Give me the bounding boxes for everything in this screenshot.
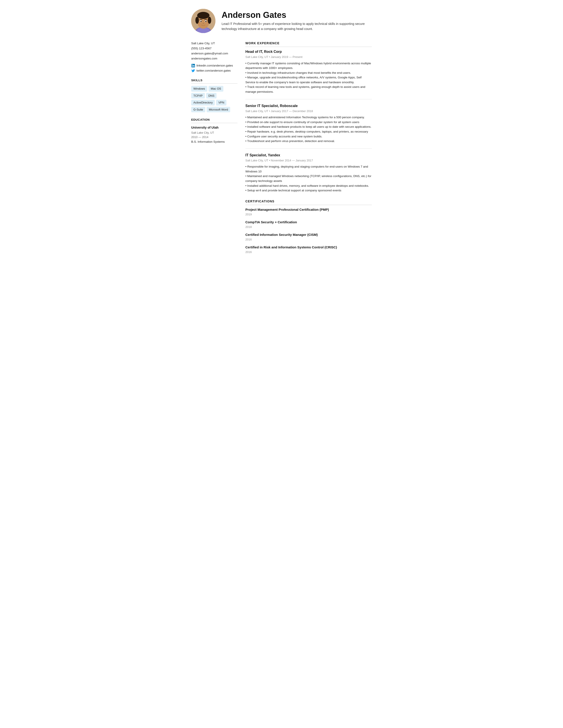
education-section: EDUCATION University of Utah Salt Lake C…	[191, 118, 237, 144]
cert-title: Certified in Risk and Information System…	[245, 245, 372, 250]
skill-badge: Mac OS	[209, 86, 223, 92]
cert-item: Certified Information Security Manager (…	[245, 232, 372, 242]
certifications-section: CERTIFICATIONS Project Management Profes…	[245, 199, 372, 254]
skills-title: SKILLS	[191, 78, 237, 84]
skill-badge: TCP/IP	[191, 93, 205, 99]
skill-badge: Windows	[191, 86, 207, 92]
linkedin-icon	[191, 64, 195, 68]
svg-point-15	[192, 64, 193, 65]
work-section: WORK EXPERIENCE Head of IT, Rock CorpSal…	[245, 41, 372, 193]
cert-year: 2018	[245, 225, 372, 229]
social-links: linkedin.com/anderson.gates twitter.com/…	[191, 63, 237, 73]
certs-list: Project Management Professional Certific…	[245, 207, 372, 254]
twitter-icon	[191, 69, 195, 73]
cert-item: Project Management Professional Certific…	[245, 207, 372, 217]
cert-title: Certified Information Security Manager (…	[245, 232, 372, 237]
job-meta: Salt Lake City, UT • January 2019 — Pres…	[245, 55, 372, 59]
contact-website: andersongates.com	[191, 56, 237, 61]
cert-year: 2016	[245, 237, 372, 242]
linkedin-link[interactable]: linkedin.com/anderson.gates	[191, 63, 237, 68]
certs-section-title: CERTIFICATIONS	[245, 199, 372, 205]
job-bullets: • Responsible for imaging, deploying and…	[245, 164, 372, 193]
skill-badge: G-Suite	[191, 107, 205, 113]
cert-item: Certified in Risk and Information System…	[245, 245, 372, 254]
svg-point-6	[195, 17, 199, 24]
skill-badge: Microsoft Word	[207, 107, 230, 113]
job-bullets: • Maintained and administered Informatio…	[245, 115, 372, 144]
avatar	[191, 9, 215, 33]
linkedin-handle: linkedin.com/anderson.gates	[196, 63, 233, 68]
jobs-list: Head of IT, Rock CorpSalt Lake City, UT …	[245, 49, 372, 193]
skills-section: SKILLS WindowsMac OSTCP/IPDNSActiveDirec…	[191, 78, 237, 112]
svg-point-12	[203, 23, 204, 24]
cert-item: CompTIA Security + Certification2018	[245, 220, 372, 229]
svg-point-11	[205, 21, 206, 22]
job-title: Head of IT, Rock Corp	[245, 49, 372, 54]
job-item: Head of IT, Rock CorpSalt Lake City, UT …	[245, 49, 372, 94]
cert-title: Project Management Professional Certific…	[245, 207, 372, 212]
contact-location: Salt Lake City, UT	[191, 41, 237, 46]
contact-email: anderson.gates@ymail.com	[191, 51, 237, 56]
education-title: EDUCATION	[191, 118, 237, 123]
job-title: Senior IT Specialist, Roboscale	[245, 103, 372, 109]
cert-title: CompTIA Security + Certification	[245, 220, 372, 225]
svg-point-5	[197, 12, 209, 19]
skill-badge: DNS	[206, 93, 217, 99]
main-content: WORK EXPERIENCE Head of IT, Rock CorpSal…	[245, 41, 372, 261]
edu-location: Salt Lake City, UT	[191, 131, 237, 135]
resume-body: Salt Lake City, UT (555) 123-4567 anders…	[191, 41, 372, 261]
cert-year: 2019	[245, 212, 372, 217]
twitter-link[interactable]: twitter.com/anderson.gates	[191, 68, 237, 73]
job-meta: Salt Lake City, UT • November 2014 — Jan…	[245, 158, 372, 163]
edu-dates: 2010 — 2014	[191, 135, 237, 139]
contact-section: Salt Lake City, UT (555) 123-4567 anders…	[191, 41, 237, 73]
job-item: IT Specialist, YandexSalt Lake City, UT …	[245, 153, 372, 193]
twitter-handle: twitter.com/anderson.gates	[196, 68, 231, 73]
contact-phone: (555) 123-4567	[191, 46, 237, 51]
svg-rect-14	[192, 65, 193, 67]
edu-degree: B.S. Information Systems	[191, 140, 237, 144]
work-section-title: WORK EXPERIENCE	[245, 41, 372, 47]
candidate-name: Anderson Gates	[222, 11, 365, 20]
job-item: Senior IT Specialist, RoboscaleSalt Lake…	[245, 103, 372, 144]
edu-school: University of Utah	[191, 125, 237, 130]
skills-grid: WindowsMac OSTCP/IPDNSActiveDirectoryVPN…	[191, 86, 237, 112]
job-meta: Salt Lake City, UT • January 2017 — Dece…	[245, 109, 372, 113]
svg-point-7	[208, 17, 211, 24]
sidebar: Salt Lake City, UT (555) 123-4567 anders…	[191, 41, 237, 261]
candidate-summary: Lead IT Professional with 5+ years of ex…	[222, 21, 365, 31]
cert-year: 2016	[245, 250, 372, 254]
job-bullets: • Currently manage IT systems consisting…	[245, 61, 372, 94]
skill-badge: ActiveDirectory	[191, 100, 215, 105]
svg-point-10	[200, 21, 202, 22]
skill-badge: VPN	[216, 100, 226, 105]
job-title: IT Specialist, Yandex	[245, 153, 372, 158]
resume-header: Anderson Gates Lead IT Professional with…	[191, 9, 372, 33]
header-text: Anderson Gates Lead IT Professional with…	[222, 11, 365, 31]
resume-container: Anderson Gates Lead IT Professional with…	[182, 0, 381, 274]
